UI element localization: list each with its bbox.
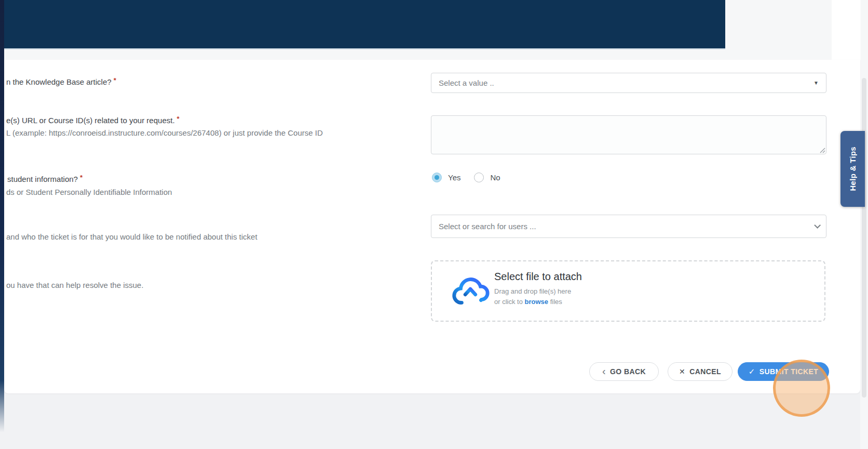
check-icon: ✓ (749, 367, 755, 376)
go-back-button[interactable]: ‹ GO BACK (589, 362, 659, 381)
file-dropzone[interactable]: Select file to attach Drag and drop file… (431, 260, 825, 322)
required-marker: * (80, 174, 83, 181)
caret-down-icon: ▼ (813, 80, 819, 86)
submit-ticket-button[interactable]: ✓ SUBMIT TICKET (738, 362, 829, 381)
form-banner (4, 0, 725, 49)
scrollbar-thumb[interactable] (862, 78, 866, 398)
attach-title: Select file to attach (494, 271, 582, 283)
help-tips-label: Help & Tips (848, 147, 857, 191)
kb-article-label: n the Knowledge Base article?* (6, 76, 116, 86)
panel-top-corner (832, 0, 861, 60)
cloud-upload-icon (450, 273, 490, 309)
course-url-label: e(s) URL or Course ID(s) related to your… (6, 115, 180, 125)
go-back-label: GO BACK (610, 367, 646, 376)
course-url-hint: L (example: https://conroeisd.instructur… (6, 128, 323, 137)
course-url-textarea[interactable] (431, 115, 826, 154)
ticket-form-page: n the Knowledge Base article?* Select a … (0, 0, 868, 449)
required-marker: * (114, 76, 116, 84)
attach-browse-line: or click to browse files (494, 298, 562, 306)
student-info-radio-group: Yes No (432, 173, 508, 182)
radio-no[interactable] (474, 173, 484, 182)
student-info-hint: ds or Student Personally Identifiable In… (6, 188, 172, 196)
submit-label: SUBMIT TICKET (760, 367, 818, 376)
notify-users-hint: and who the ticket is for that you would… (6, 232, 257, 241)
notify-users-placeholder: Select or search for users ... (439, 222, 536, 231)
chevron-down-icon (814, 222, 821, 229)
radio-no-label[interactable]: No (490, 173, 500, 182)
radio-yes-label[interactable]: Yes (448, 173, 460, 182)
attach-subtitle: Drag and drop file(s) here (494, 287, 571, 295)
scrollbar[interactable] (860, 0, 868, 449)
radio-yes[interactable] (432, 173, 442, 182)
chevron-left-icon: ‹ (602, 366, 606, 376)
required-marker: * (177, 115, 180, 123)
kb-article-select-placeholder: Select a value .. (439, 78, 494, 87)
browse-link[interactable]: browse (525, 298, 549, 306)
notify-users-select[interactable]: Select or search for users ... (431, 215, 826, 238)
help-tips-tab[interactable]: Help & Tips (840, 131, 865, 207)
attachments-hint: ou have that can help resolve the issue. (6, 281, 143, 289)
kb-article-select[interactable]: Select a value .. ▼ (431, 73, 826, 93)
student-info-label: student information?* (7, 174, 83, 183)
sidebar-edge (0, 0, 4, 432)
close-icon: ✕ (679, 367, 685, 376)
cancel-button[interactable]: ✕ CANCEL (668, 362, 733, 381)
cancel-label: CANCEL (689, 367, 721, 376)
